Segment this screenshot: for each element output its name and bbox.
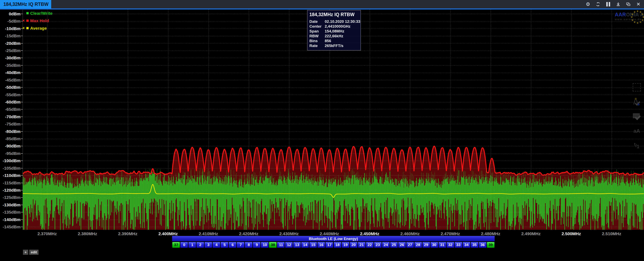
y-axis-tick — [21, 109, 22, 110]
bt-channel-cell: 25 — [390, 242, 398, 248]
trace-color-swatch — [26, 27, 28, 29]
add-button[interactable]: + — [23, 250, 28, 255]
bt-channel-cell: 12 — [285, 242, 293, 248]
bt-channel-cell: 18 — [334, 242, 341, 248]
bt-channel-cell: 16 — [318, 242, 325, 248]
download-icon[interactable] — [616, 2, 620, 7]
y-axis-label: -120dBm — [0, 188, 20, 193]
y-axis-tick — [21, 219, 22, 220]
time-units-tool-icon[interactable]: t/1 — [631, 139, 642, 151]
bt-channel-cell: 22 — [366, 242, 374, 248]
legend-item-clear-write[interactable]: Clear/Write — [22, 10, 52, 17]
pause-icon[interactable] — [606, 2, 610, 7]
bt-channel-cell: 21 — [358, 242, 366, 248]
x-axis-label: 2.420MHz — [239, 231, 258, 236]
y-axis-tick — [21, 161, 22, 161]
bt-channel-cell: 20 — [350, 242, 357, 248]
bt-channel-cell: 2 — [196, 242, 204, 248]
y-axis-tick — [21, 95, 22, 95]
legend-label: Clear/Write — [30, 11, 52, 16]
refresh-icon[interactable] — [596, 2, 600, 7]
y-axis-label: -115dBm — [0, 180, 20, 185]
bt-channel-cell: 6 — [229, 242, 236, 248]
y-axis-tick — [21, 51, 22, 51]
info-value: 02.10.2020 12:30:33 — [325, 19, 360, 24]
bt-channel-cell: 8 — [245, 242, 252, 248]
window-tab[interactable]: 184,32MHz IQ RTBW — [0, 0, 51, 9]
info-label: RBW — [310, 34, 325, 39]
y-axis-tick — [21, 153, 22, 154]
y-axis-label: -70dBm — [0, 114, 20, 119]
y-axis-label: -125dBm — [0, 195, 20, 200]
bt-channel-cell: 32 — [447, 242, 454, 248]
bt-channel-cell: 37 — [172, 242, 180, 248]
edit-bar: + edit — [23, 250, 38, 255]
legend-item-average[interactable]: ✕ Average — [22, 25, 52, 32]
x-axis-label: 2.450MHz — [360, 231, 379, 236]
remove-trace-icon[interactable]: ✕ — [22, 27, 26, 30]
y-axis-label: -50dBm — [0, 85, 20, 90]
star-icon: ★ — [631, 18, 634, 22]
selection-area-tool-icon[interactable] — [631, 81, 642, 93]
y-axis-label: -110dBm — [0, 173, 20, 178]
info-label: Span — [310, 29, 325, 34]
y-axis-label: -65dBm — [0, 107, 20, 112]
info-label: Rate — [310, 43, 325, 48]
y-axis-label: -45dBm — [0, 78, 20, 83]
remove-trace-icon[interactable]: ✕ — [22, 19, 26, 22]
info-label: Date — [310, 19, 325, 24]
y-axis-label: -105dBm — [0, 166, 20, 171]
x-axis-label: 2.470MHz — [440, 231, 460, 236]
y-axis-tick — [21, 190, 22, 190]
legend-label: Average — [30, 26, 47, 31]
y-axis-label: -5dBm — [0, 19, 20, 24]
y-axis-label: -35dBm — [0, 63, 20, 68]
y-axis-tick — [21, 227, 22, 227]
bt-channel-cell: 39 — [487, 242, 494, 248]
y-axis-label: -85dBm — [0, 136, 20, 141]
star-icon: ★ — [630, 15, 633, 19]
trace-color-swatch — [26, 20, 28, 22]
y-axis-tick — [21, 58, 22, 58]
bt-channel-cell: 11 — [277, 242, 284, 248]
layers-icon[interactable] — [626, 2, 631, 7]
trace-color-swatch — [26, 12, 28, 14]
y-axis-label: -40dBm — [0, 70, 20, 75]
bt-channel-cell: 7 — [237, 242, 244, 248]
y-axis-label: -15dBm — [0, 34, 20, 38]
bt-channel-cell: 19 — [342, 242, 349, 248]
info-value: 2,4410000GHz — [325, 24, 350, 29]
star-icon: ★ — [639, 20, 642, 24]
font-size-tool-icon[interactable]: aA — [631, 125, 642, 137]
x-axis-label: 2.490MHz — [521, 231, 540, 236]
info-row-center: Center 2,4410000GHz — [310, 24, 358, 29]
legend-item-max-hold[interactable]: ✕ Max Hold — [22, 17, 52, 25]
measure-tool-icon[interactable] — [631, 96, 642, 108]
y-axis-tick — [21, 183, 22, 183]
measurement-info-box: 184,32MHz IQ RTBW Date 02.10.2020 12:30:… — [307, 10, 361, 51]
x-axis-label: 2.390MHz — [118, 231, 138, 236]
info-label: Bins — [310, 39, 325, 43]
info-table-toggle-icon[interactable] — [631, 110, 642, 122]
bt-channel-cell: 5 — [221, 242, 228, 248]
info-row-rbw: RBW 222,66kHz — [310, 34, 358, 39]
bt-channel-cell: 30 — [430, 242, 438, 248]
bt-channel-cell: 1 — [188, 242, 196, 248]
bt-channel-cell: 17 — [326, 242, 333, 248]
bt-channel-cell: 3 — [204, 242, 212, 248]
y-axis-tick — [21, 36, 22, 36]
y-axis-tick — [21, 197, 22, 198]
star-icon: ★ — [633, 10, 636, 14]
y-axis-label: -100dBm — [0, 158, 20, 163]
y-axis-tick — [21, 175, 22, 176]
close-icon[interactable]: ✕ — [636, 2, 641, 7]
y-axis-label: -20dBm — [0, 41, 20, 46]
titlebar-toolbar: ⚙ ✕ — [586, 0, 641, 9]
info-label: Center — [310, 24, 325, 29]
edit-button[interactable]: edit — [29, 250, 38, 255]
gear-icon[interactable]: ⚙ — [586, 2, 590, 7]
bt-channel-cell: 27 — [406, 242, 414, 248]
y-axis-label: -75dBm — [0, 122, 20, 126]
bluetooth-band-bar: Bluetooth LE (Low Energy) — [172, 236, 495, 241]
bt-channel-cell: 36 — [479, 242, 486, 248]
